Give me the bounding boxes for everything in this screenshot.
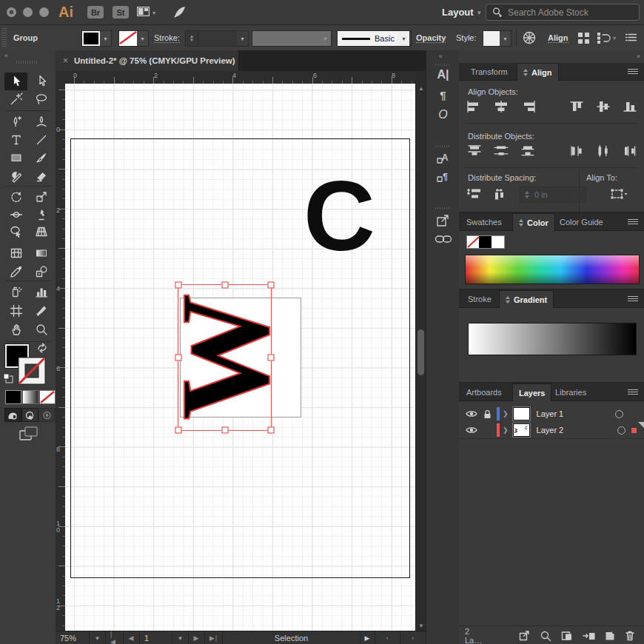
graphic-styles-panel-button[interactable]: St	[113, 6, 129, 19]
distribute-horizontal-center-button[interactable]	[594, 144, 613, 158]
align-link[interactable]: Align	[548, 33, 568, 43]
dock-expand-icon[interactable]: »	[637, 53, 640, 60]
rectangle-tool[interactable]	[4, 149, 27, 167]
eyedropper-tool[interactable]	[4, 263, 27, 281]
stroke-weight-label[interactable]: Stroke:	[154, 33, 180, 43]
style-swatch[interactable]	[483, 31, 500, 46]
zoom-level[interactable]: 75%	[56, 631, 90, 644]
controlbar-menu-icon[interactable]	[625, 33, 637, 41]
lock-icon[interactable]	[483, 409, 492, 419]
bbox-handle[interactable]	[221, 427, 228, 434]
panel-cycle-icon[interactable]	[523, 69, 529, 76]
puppet-warp-tool[interactable]	[30, 206, 53, 224]
width-profile-dropdown[interactable]: ▾	[252, 30, 332, 47]
stroke-proxy-none[interactable]	[18, 357, 46, 385]
canvas[interactable]: C W	[65, 84, 415, 631]
tab-transform[interactable]: Transform	[465, 63, 514, 80]
stroke-weight-chevron[interactable]: ▾	[237, 31, 248, 46]
paintbrush-tool[interactable]	[30, 149, 53, 167]
layers-panel-menu-icon[interactable]	[628, 389, 638, 395]
distribute-right-button[interactable]	[620, 144, 640, 158]
window-minimize-button[interactable]	[23, 7, 33, 17]
close-tab-icon[interactable]: ×	[63, 56, 68, 66]
distribute-top-button[interactable]	[465, 144, 484, 158]
magic-wand-tool[interactable]	[4, 90, 27, 108]
color-mode-button[interactable]	[5, 390, 21, 404]
layer-target-icon[interactable]	[617, 426, 625, 435]
scale-tool[interactable]	[30, 188, 53, 206]
links-panel-icon[interactable]	[426, 233, 460, 245]
layer-thumbnail[interactable]	[513, 407, 530, 420]
stroke-color-control[interactable]: ▾	[118, 30, 149, 47]
vertical-ruler[interactable]: 0 2 4 6 8 10 12	[56, 84, 66, 631]
adobe-stock-search[interactable]	[486, 4, 640, 21]
expand-chevron-icon[interactable]: ❯	[503, 426, 509, 434]
color-panel-menu-icon[interactable]	[628, 219, 638, 224]
fill-chevron-icon[interactable]: ▾	[100, 31, 111, 46]
visibility-eye-icon[interactable]	[466, 409, 477, 418]
zoom-chevron[interactable]: ▼	[90, 631, 106, 644]
scroll-left-icon[interactable]: ‹	[375, 631, 400, 644]
swap-fill-stroke-icon[interactable]	[36, 343, 48, 353]
align-panel-menu-icon[interactable]	[628, 69, 638, 74]
scroll-down-icon[interactable]: ▼	[418, 623, 424, 629]
align-group-chevron[interactable]: ▾	[613, 35, 616, 41]
stroke-chevron-icon[interactable]: ▾	[137, 31, 148, 46]
align-right-button[interactable]	[518, 99, 537, 114]
default-fill-stroke-icon[interactable]	[3, 373, 13, 383]
symbol-sprayer-tool[interactable]	[4, 283, 27, 301]
tab-gradient[interactable]: Gradient	[499, 290, 554, 308]
layer-thumbnail[interactable]: wc	[513, 423, 530, 437]
brush-definition-dropdown[interactable]: Basic ▾	[337, 30, 412, 47]
pen-tool[interactable]	[4, 113, 27, 130]
selection-tool[interactable]	[4, 73, 27, 90]
fill-color-control[interactable]: ▾	[81, 30, 112, 47]
stroke-swatch-none[interactable]	[119, 31, 137, 46]
lasso-tool[interactable]	[30, 90, 53, 108]
layer-target-icon[interactable]	[615, 410, 623, 418]
opentype-panel-icon[interactable]: O	[426, 108, 460, 121]
collect-for-export-icon[interactable]	[519, 630, 530, 641]
new-sublayer-icon[interactable]	[583, 631, 595, 641]
brushes-panel-button[interactable]: Br	[87, 6, 104, 19]
tab-artboards[interactable]: Artboards	[460, 383, 508, 400]
layer-row-1[interactable]: ❯ Layer 1	[459, 406, 644, 423]
tab-stroke[interactable]: Stroke	[462, 290, 497, 307]
direct-selection-tool[interactable]	[30, 73, 53, 90]
style-chevron-icon[interactable]: ▾	[500, 31, 511, 46]
stroke-weight-value[interactable]	[198, 31, 237, 46]
align-horizontal-center-icon[interactable]	[577, 32, 590, 44]
expand-chevron-icon[interactable]: ❯	[503, 410, 509, 417]
graphic-style-dropdown[interactable]: ▾	[483, 30, 511, 47]
shape-builder-tool[interactable]	[4, 223, 27, 241]
distribute-icon[interactable]	[597, 32, 611, 44]
gradient-tool[interactable]	[30, 244, 53, 262]
type-tool[interactable]	[4, 131, 27, 149]
vertical-distribute-space-button[interactable]	[465, 187, 484, 201]
toolbar-collapse-icon[interactable]: «	[4, 52, 7, 59]
document-tab[interactable]: × Untitled-2* @ 75% (CMYK/GPU Preview)	[56, 50, 239, 71]
layer-row-2[interactable]: ❯ wc Layer 2	[459, 422, 644, 439]
visibility-eye-icon[interactable]	[466, 426, 477, 435]
line-segment-tool[interactable]	[30, 131, 53, 149]
gpu-performance-icon[interactable]	[172, 5, 187, 19]
gradient-panel-menu-icon[interactable]	[628, 296, 638, 301]
slice-tool[interactable]	[30, 302, 53, 320]
ruler-origin-corner[interactable]	[56, 71, 66, 84]
column-graph-tool[interactable]	[30, 283, 53, 301]
perspective-grid-tool[interactable]	[30, 223, 53, 241]
align-bottom-button[interactable]	[620, 99, 640, 114]
bbox-handle[interactable]	[175, 427, 182, 434]
next-artboard-icon[interactable]: ▶	[189, 631, 205, 644]
bbox-handle[interactable]	[268, 282, 275, 289]
color-spectrum-bar[interactable]	[465, 255, 640, 284]
align-top-button[interactable]	[567, 99, 586, 114]
paragraph-panel-icon[interactable]: ¶	[426, 89, 460, 101]
recolor-artwork-icon[interactable]	[523, 31, 536, 44]
new-layer-icon[interactable]	[605, 631, 615, 641]
artboard-chevron[interactable]: ▼	[172, 631, 189, 644]
stroke-weight-field[interactable]: ▲▼ ▾	[185, 30, 249, 47]
align-to-selector[interactable]	[604, 187, 634, 201]
workspace-chevron[interactable]: ▾	[477, 9, 481, 16]
search-input[interactable]	[506, 7, 628, 19]
